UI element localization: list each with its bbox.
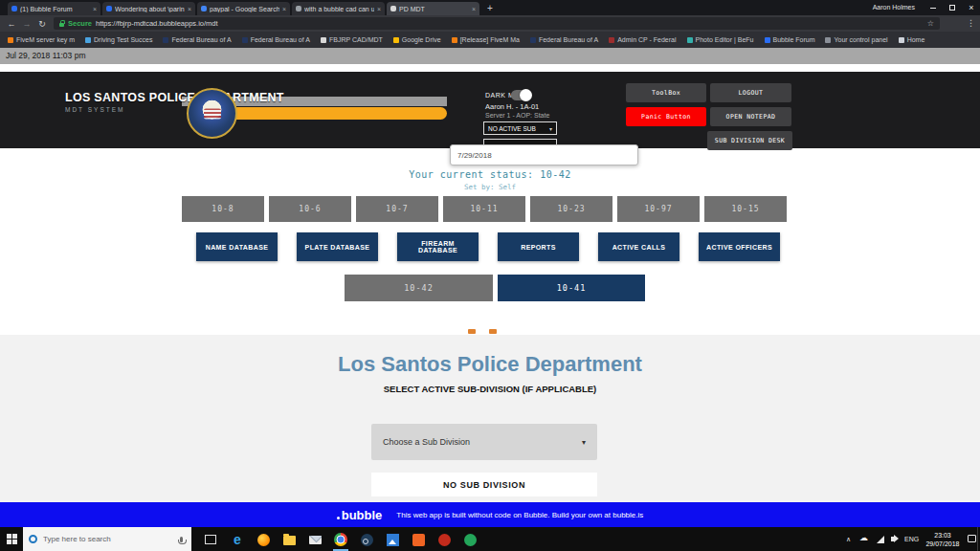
bookmark-item[interactable]: [Release] FiveM Ma [452,36,520,43]
bookmark-item[interactable]: Federal Bureau of A [163,36,231,43]
dark-mode-toggle[interactable] [511,90,531,100]
browser-profile-name[interactable]: Aaron Holmes [873,4,915,11]
onedrive-cloud-icon[interactable]: ☁ [859,534,868,542]
browser-tab[interactable]: (1) Bubble Forum × [8,2,100,15]
folder-glyph [283,536,296,545]
name-database-button[interactable]: NAME DATABASE [196,232,278,261]
microphone-icon[interactable] [180,537,183,542]
panic-button[interactable]: Panic Button [626,107,706,126]
browser-menu-icon[interactable]: ⋮ [967,18,975,28]
bubble-logo[interactable]: bubble [337,508,383,522]
status-button-10-11[interactable]: 10-11 [443,196,525,222]
start-button[interactable] [7,534,17,544]
bookmark-item[interactable]: Google Drive [393,36,441,43]
window-maximize-button[interactable] [944,0,961,15]
tab-close-icon[interactable]: × [282,6,286,12]
firefox-glyph [257,534,270,546]
clock-time: 23:03 [921,531,965,540]
bookmark-star-icon[interactable]: ☆ [927,19,934,28]
active-calls-button[interactable]: ACTIVE CALLS [598,232,679,261]
bookmark-item[interactable]: FBJRP CAD/MDT [321,36,383,43]
bookmark-label: Admin CP - Federal [617,36,676,43]
bookmark-favicon [452,37,457,43]
browser-tab[interactable]: paypal - Google Search × [197,2,290,15]
tray-expand-icon[interactable]: ∧ [846,536,851,542]
active-officers-button[interactable]: ACTIVE OFFICERS [699,232,780,261]
plate-database-button[interactable]: PLATE DATABASE [297,232,378,261]
logout-button[interactable]: LOGOUT [710,83,791,102]
tab-close-icon[interactable]: × [377,6,381,12]
off-duty-10-42-button[interactable]: 10-42 [345,275,493,301]
address-bar[interactable]: Secure https://fbjrp-mdtcad.bubbleapps.i… [54,17,940,30]
bookmark-favicon [765,37,770,43]
taskbar-search-input[interactable] [43,535,174,543]
secure-label[interactable]: Secure [68,19,92,28]
new-tab-button[interactable]: + [487,3,493,13]
taskbar-clock[interactable]: 23:03 29/07/2018 [921,531,965,548]
on-duty-10-41-button[interactable]: 10-41 [498,275,645,301]
app-icon-red[interactable] [436,532,452,547]
photos-icon[interactable] [385,532,400,547]
status-button-10-97[interactable]: 10-97 [617,196,700,222]
bubble-banner-message: This web app is built without code on Bu… [396,511,643,519]
app-icon-green[interactable] [462,532,478,547]
bookmark-label: Home [907,36,925,43]
tab-close-icon[interactable]: × [188,6,191,12]
bookmark-item[interactable]: Federal Bureau of A [242,36,310,43]
bookmark-item[interactable]: Photo Editor | BeFu [687,36,754,43]
open-notepad-button[interactable]: OPEN NOTEPAD [710,107,791,126]
green-app-glyph [464,534,477,546]
status-button-10-8[interactable]: 10-8 [182,196,264,222]
bookmark-label: FBJRP CAD/MDT [329,36,383,43]
bookmark-item[interactable]: Your control panel [825,36,887,43]
firearm-database-button[interactable]: FIREARM DATABASE [397,232,479,261]
close-icon: × [969,4,973,12]
forward-icon[interactable]: → [19,19,34,29]
taskbar-search[interactable] [23,527,191,551]
no-sub-division-button[interactable]: NO SUB DIVISION [371,473,597,496]
bookmark-item[interactable]: Bubble Forum [765,36,815,43]
reports-button[interactable]: REPORTS [498,232,579,261]
active-sub-dropdown[interactable]: NO ACTIVE SUB ▾ [483,121,557,135]
reload-icon[interactable]: ↻ [34,19,50,29]
bookmark-label: Bubble Forum [773,36,815,43]
status-button-10-15[interactable]: 10-15 [704,196,787,222]
bookmark-label: Photo Editor | BeFu [696,36,754,43]
speaker-icon[interactable] [891,537,895,541]
bookmark-item[interactable]: Home [899,36,925,43]
browser-tab[interactable]: Wondering about \parin × [102,2,195,15]
fivem-icon[interactable] [411,532,426,547]
bookmark-item[interactable]: Driving Test Succes [85,36,152,43]
window-minimize-button[interactable] [924,0,942,15]
tab-close-icon[interactable]: × [93,6,97,12]
tab-title: Wondering about \parin [115,6,185,12]
steam-icon[interactable] [359,532,374,547]
active-sub-value: NO ACTIVE SUB [488,125,536,132]
action-center-icon[interactable] [968,535,976,542]
mail-icon[interactable] [307,532,323,547]
status-button-10-7[interactable]: 10-7 [356,196,438,222]
firefox-icon[interactable] [256,532,271,547]
chrome-icon[interactable] [333,532,348,547]
tab-close-icon[interactable]: × [472,6,476,12]
bookmark-label: Federal Bureau of A [171,36,231,43]
sub-division-desk-button[interactable]: SUB DIVISION DESK [707,131,792,150]
sub-division-dropdown[interactable]: Choose a Sub Division ▾ [371,424,597,460]
window-close-button[interactable]: × [963,0,980,15]
page-url: https://fbjrp-mdtcad.bubbleapps.io/mdt [96,19,218,28]
network-icon[interactable] [877,536,884,543]
bookmark-item[interactable]: Federal Bureau of A [530,36,598,43]
browser-tab-active[interactable]: PD MDT × [387,2,479,15]
status-button-10-23[interactable]: 10-23 [530,196,612,222]
status-button-10-6[interactable]: 10-6 [269,196,351,222]
date-input[interactable] [450,144,638,165]
back-icon[interactable]: ← [4,19,19,29]
file-explorer-icon[interactable] [281,532,297,547]
edge-icon[interactable]: e [230,532,245,547]
toolbox-button[interactable]: ToolBox [626,83,706,102]
bookmark-item[interactable]: Admin CP - Federal [609,36,676,43]
bookmark-item[interactable]: FiveM server key m [8,36,75,43]
task-view-button[interactable] [205,535,216,544]
browser-tab[interactable]: with a bubble cad can u × [292,2,385,15]
language-indicator[interactable]: ENG [904,536,919,542]
